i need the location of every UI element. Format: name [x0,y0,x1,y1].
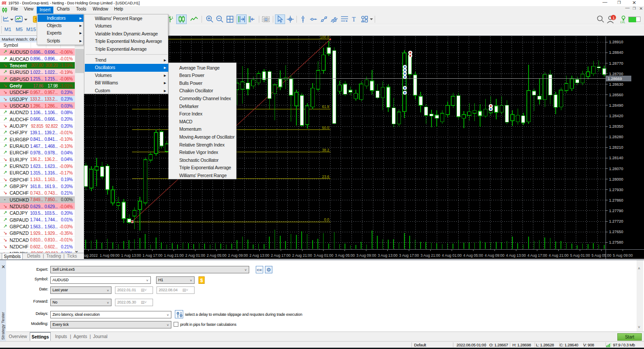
svg-text:4 Aug 13:00: 4 Aug 13:00 [506,253,526,258]
svg-text:1.27580: 1.27580 [609,240,623,244]
svg-text:4 Aug 21:00: 4 Aug 21:00 [549,253,569,258]
svg-text:3 Aug 21:00: 3 Aug 21:00 [421,253,441,258]
svg-text:1 Aug 2022: 1 Aug 2022 [84,253,98,258]
svg-text:1.27790: 1.27790 [609,209,623,213]
svg-text:1.27930: 1.27930 [609,188,623,192]
svg-text:1 Aug 17:00: 1 Aug 17:00 [143,253,163,258]
svg-text:1.28560: 1.28560 [609,93,623,97]
svg-text:2 Aug 01:00: 2 Aug 01:00 [185,253,205,258]
svg-text:4 Aug 05:00: 4 Aug 05:00 [463,253,484,258]
svg-text:1: 1 [171,16,174,20]
svg-text:3 Aug 01:00: 3 Aug 01:00 [313,253,334,258]
svg-text:1: 1 [613,16,615,20]
svg-text:1.28420: 1.28420 [609,114,623,118]
svg-text:4 Aug 17:00: 4 Aug 17:00 [527,253,547,258]
svg-text:3 Aug 05:00: 3 Aug 05:00 [335,253,355,258]
svg-text:Strategy Tester: Strategy Tester [0,312,5,340]
svg-text:1 Aug 09:00: 1 Aug 09:00 [100,253,120,258]
svg-text:1.28700: 1.28700 [609,72,623,76]
svg-text:1.28350: 1.28350 [609,124,623,129]
svg-text:1.28490: 1.28490 [609,103,623,108]
svg-text:5 Aug 01:00: 5 Aug 01:00 [570,253,590,258]
svg-text:1.28140: 1.28140 [609,156,623,160]
svg-text:1 Aug 13:00: 1 Aug 13:00 [121,253,141,258]
svg-text:3 Aug 09:00: 3 Aug 09:00 [356,253,376,258]
svg-text:1.28280: 1.28280 [609,135,623,139]
svg-text:1.28630: 1.28630 [609,82,623,87]
svg-text:2 Aug 05:00: 2 Aug 05:00 [207,253,227,258]
svg-text:5 Aug 05:00: 5 Aug 05:00 [592,253,612,258]
svg-text:2 Aug 13:00: 2 Aug 13:00 [250,253,270,258]
svg-text:0.0: 0.0 [324,217,329,222]
svg-text:1.28910: 1.28910 [609,40,623,44]
svg-text:4 Aug 01:00: 4 Aug 01:00 [442,253,462,258]
svg-text:3 Aug 17:00: 3 Aug 17:00 [399,253,419,258]
svg-text:T: T [352,16,356,23]
svg-text:1.28210: 1.28210 [609,145,623,150]
svg-text:2 Aug 21:00: 2 Aug 21:00 [292,253,312,258]
svg-text:1.27650: 1.27650 [609,230,623,234]
svg-text:2 Aug 17:00: 2 Aug 17:00 [271,253,291,258]
svg-text:1.27860: 1.27860 [609,198,623,202]
svg-text:2 Aug 09:00: 2 Aug 09:00 [228,253,248,258]
svg-text:1 Aug 21:00: 1 Aug 21:00 [164,253,184,258]
svg-text:38.2: 38.2 [322,148,329,152]
svg-text:5 Aug 09:00: 5 Aug 09:00 [613,253,633,258]
svg-text:50.0: 50.0 [322,126,329,130]
svg-text:1.27720: 1.27720 [609,219,623,223]
svg-text:1.28669: 1.28669 [608,77,622,81]
svg-text:4 Aug 09:00: 4 Aug 09:00 [484,253,505,258]
svg-text:LVL: LVL [620,21,625,24]
svg-text:1.28000: 1.28000 [609,177,623,181]
svg-text:3 Aug 13:00: 3 Aug 13:00 [378,253,398,258]
svg-text:23.6: 23.6 [322,174,329,179]
svg-text:1.28770: 1.28770 [609,61,623,66]
svg-text:1.28840: 1.28840 [609,50,623,55]
svg-text:61.8: 61.8 [322,105,329,109]
svg-text:100.0: 100.0 [320,35,330,39]
svg-text:1.28070: 1.28070 [609,167,623,171]
